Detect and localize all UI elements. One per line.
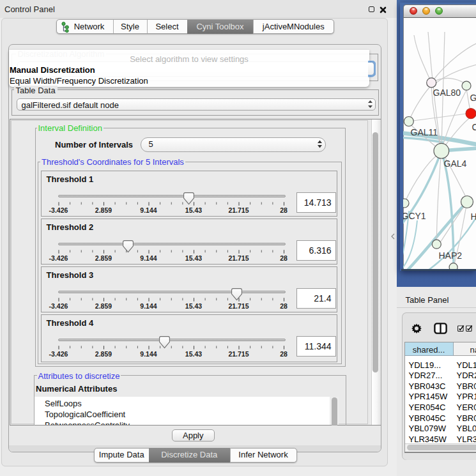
svg-text:CY: CY (472, 122, 476, 132)
svg-text:GAL80: GAL80 (433, 88, 461, 98)
svg-text:HI: HI (471, 211, 476, 222)
svg-text:GAL11: GAL11 (411, 127, 438, 137)
svg-text:GAL4: GAL4 (444, 158, 467, 169)
svg-text:HAP2: HAP2 (439, 250, 463, 261)
svg-text:GA: GA (470, 93, 476, 103)
svg-text:GCY1: GCY1 (402, 211, 426, 221)
